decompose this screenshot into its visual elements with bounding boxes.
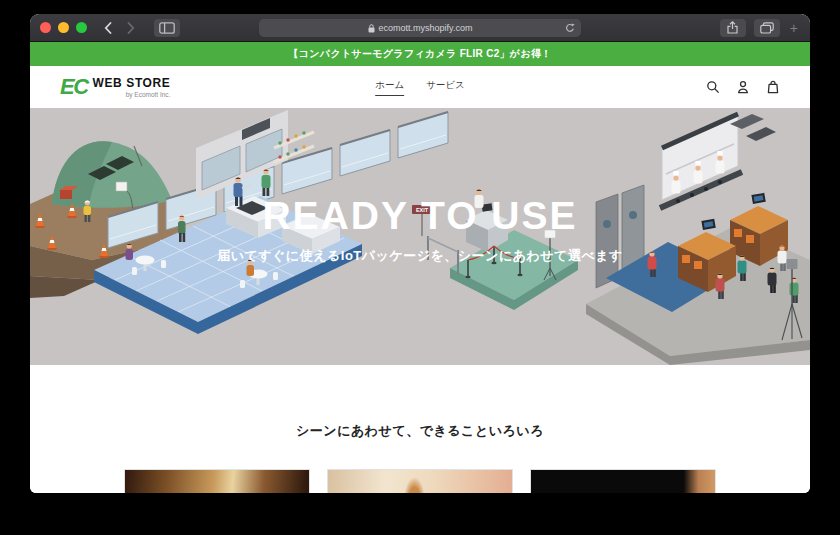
- tab-overview-button[interactable]: [754, 19, 780, 37]
- sidebar-icon: [159, 22, 175, 34]
- forward-button[interactable]: [123, 19, 139, 37]
- search-icon: [706, 80, 720, 94]
- hero-banner: EXIT: [30, 108, 810, 365]
- window-controls: [40, 22, 87, 33]
- browser-window: ecomott.myshopify.com + 【コンパクトサーモグラフィカメラ…: [30, 14, 810, 493]
- reception-scene: EXIT: [412, 189, 578, 310]
- cart-bag-icon: [766, 80, 780, 94]
- chevron-right-icon: [127, 22, 135, 34]
- reload-button[interactable]: [565, 23, 575, 35]
- main-nav: ホーム サービス: [375, 79, 465, 96]
- account-button[interactable]: [736, 80, 750, 94]
- url-text: ecomott.myshopify.com: [379, 23, 473, 33]
- store-logo[interactable]: EC WEB STORE by Ecomott Inc.: [60, 74, 170, 100]
- announcement-bar[interactable]: 【コンパクトサーモグラフィカメラ FLIR C2」がお得！: [30, 42, 810, 66]
- section-heading: シーンにあわせて、できることいろいろ: [30, 422, 810, 440]
- browser-toolbar: ecomott.myshopify.com +: [30, 14, 810, 42]
- nav-item-home[interactable]: ホーム: [375, 79, 404, 96]
- card-photo-bar-interior[interactable]: [124, 469, 310, 493]
- address-bar[interactable]: ecomott.myshopify.com: [259, 19, 581, 37]
- zoom-window-button[interactable]: [76, 22, 87, 33]
- logo-mark: EC: [60, 74, 88, 100]
- minimize-window-button[interactable]: [58, 22, 69, 33]
- hero-illustration: EXIT: [30, 108, 810, 365]
- sidebar-toggle-button[interactable]: [154, 19, 180, 37]
- tabs-icon: [760, 22, 774, 34]
- header-icons: [706, 80, 780, 94]
- new-tab-button[interactable]: +: [788, 21, 800, 35]
- scenes-section: シーンにあわせて、できることいろいろ: [30, 365, 810, 493]
- store-scene: [586, 114, 810, 365]
- logo-title: WEB STORE: [93, 76, 171, 90]
- card-photo-thermal-image[interactable]: [530, 469, 716, 493]
- scene-cards: [30, 469, 810, 493]
- nav-item-services[interactable]: サービス: [426, 79, 465, 96]
- receptionist-figure: [475, 189, 484, 208]
- store-header: EC WEB STORE by Ecomott Inc. ホーム サービス: [30, 66, 810, 108]
- toolbar-right-group: +: [720, 19, 800, 37]
- desktop-background: ecomott.myshopify.com + 【コンパクトサーモグラフィカメラ…: [0, 0, 840, 535]
- card-photo-restaurant-drink[interactable]: [327, 469, 513, 493]
- share-icon: [727, 21, 738, 34]
- search-button[interactable]: [706, 80, 720, 94]
- close-window-button[interactable]: [40, 22, 51, 33]
- chevron-left-icon: [104, 22, 112, 34]
- share-button[interactable]: [720, 19, 746, 37]
- lock-icon: [368, 24, 375, 33]
- reload-icon: [565, 23, 575, 33]
- exit-sign: EXIT: [416, 207, 429, 213]
- announcement-text: 【コンパクトサーモグラフィカメラ FLIR C2」がお得！: [288, 47, 551, 61]
- account-icon: [736, 80, 750, 94]
- back-button[interactable]: [100, 19, 116, 37]
- cart-button[interactable]: [766, 80, 780, 94]
- logo-subtitle: by Ecomott Inc.: [126, 91, 171, 98]
